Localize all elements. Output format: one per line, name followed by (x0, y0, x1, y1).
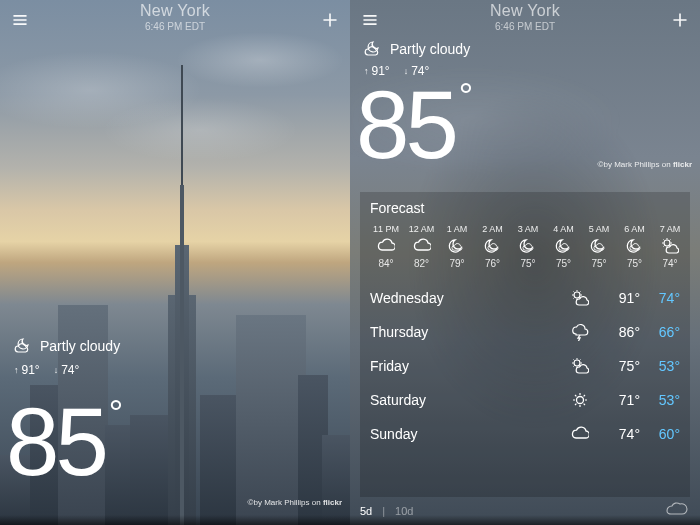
hour-cell: 12 AM82° (406, 224, 438, 269)
forecast-heading: Forecast (370, 200, 680, 216)
hour-temp: 84° (370, 258, 402, 269)
hour-cell: 7 AM74° (654, 224, 680, 269)
nav-bar-shadow (0, 515, 350, 525)
day-high: 86° (600, 324, 640, 340)
weather-pane-detail[interactable]: New York 6:46 PM EDT Partly cloudy ↑91° … (350, 0, 700, 525)
sun-icon (571, 391, 589, 409)
hour-temp: 75° (619, 258, 651, 269)
day-row[interactable]: Wednesday91°74° (370, 281, 680, 315)
header: New York 6:46 PM EDT (0, 0, 350, 42)
partly-icon (661, 237, 679, 255)
local-time: 6:46 PM EDT (140, 21, 210, 32)
hour-time: 7 AM (654, 224, 680, 234)
day-row[interactable]: Saturday71°53° (370, 383, 680, 417)
menu-button[interactable] (6, 6, 34, 34)
hour-time: 5 AM (583, 224, 615, 234)
add-location-button[interactable] (316, 6, 344, 34)
condition-text: Partly cloudy (390, 41, 470, 57)
storm-icon (571, 323, 589, 341)
degree-symbol: ° (459, 76, 469, 118)
local-time: 6:46 PM EDT (490, 21, 560, 32)
arrow-up-icon: ↑ (14, 365, 19, 375)
day-name: Wednesday (370, 290, 560, 306)
hour-cell: 5 AM75° (583, 224, 615, 269)
day-row[interactable]: Sunday74°60° (370, 417, 680, 451)
hour-temp: 74° (654, 258, 680, 269)
hour-temp: 75° (548, 258, 580, 269)
day-high: 71° (600, 392, 640, 408)
hour-cell: 3 AM75° (512, 224, 544, 269)
hour-cell: 11 PM84° (370, 224, 402, 269)
hour-temp: 76° (477, 258, 509, 269)
city-name: New York (490, 2, 560, 20)
cloud-icon (413, 237, 431, 255)
hour-temp: 79° (441, 258, 473, 269)
degree-symbol: ° (109, 393, 119, 435)
menu-button[interactable] (356, 6, 384, 34)
current-temperature: 85° (356, 70, 469, 180)
arrow-down-icon: ↓ (54, 365, 59, 375)
daily-forecast-list: Wednesday91°74°Thursday86°66°Friday75°53… (370, 281, 680, 451)
city-name: New York (140, 2, 210, 20)
night-icon (590, 237, 608, 255)
photo-credit: ©by Mark Phillips on flickr (248, 498, 342, 507)
current-temperature: 85° (6, 387, 119, 497)
location-header[interactable]: New York 6:46 PM EDT (140, 2, 210, 32)
day-low: 60° (640, 426, 680, 442)
night-icon (555, 237, 573, 255)
hour-cell: 4 AM75° (548, 224, 580, 269)
day-row[interactable]: Friday75°53° (370, 349, 680, 383)
day-name: Saturday (370, 392, 560, 408)
night-icon (484, 237, 502, 255)
hour-cell: 1 AM79° (441, 224, 473, 269)
day-low: 66° (640, 324, 680, 340)
low-temp: ↓74° (54, 363, 80, 377)
day-high: 75° (600, 358, 640, 374)
partly-icon (571, 357, 589, 375)
hour-temp: 82° (406, 258, 438, 269)
hourly-forecast-row[interactable]: 11 PM84°12 AM82°1 AM79°2 AM76°3 AM75°4 A… (370, 224, 680, 279)
night-icon (626, 237, 644, 255)
nav-bar-shadow (350, 515, 700, 525)
add-location-button[interactable] (666, 6, 694, 34)
photo-credit: ©by Mark Phillips on flickr (598, 160, 692, 169)
cloud-moon-icon (364, 40, 382, 58)
weather-pane-photo: New York 6:46 PM EDT Partly cloudy ↑91° … (0, 0, 350, 525)
day-low: 74° (640, 290, 680, 306)
forecast-panel: Forecast 11 PM84°12 AM82°1 AM79°2 AM76°3… (360, 192, 690, 497)
hour-time: 3 AM (512, 224, 544, 234)
hour-time: 6 AM (619, 224, 651, 234)
cloud-icon (377, 237, 395, 255)
night-icon (519, 237, 537, 255)
hour-cell: 2 AM76° (477, 224, 509, 269)
day-high: 91° (600, 290, 640, 306)
location-header[interactable]: New York 6:46 PM EDT (490, 2, 560, 32)
day-low: 53° (640, 358, 680, 374)
cloud-icon (571, 425, 589, 443)
day-name: Sunday (370, 426, 560, 442)
cloud-moon-icon (14, 337, 32, 355)
hour-time: 1 AM (441, 224, 473, 234)
hour-time: 2 AM (477, 224, 509, 234)
hour-time: 11 PM (370, 224, 402, 234)
day-low: 53° (640, 392, 680, 408)
day-name: Thursday (370, 324, 560, 340)
header: New York 6:46 PM EDT (350, 0, 700, 42)
hour-temp: 75° (512, 258, 544, 269)
condition-block: Partly cloudy ↑91° ↓74° (14, 337, 120, 377)
high-temp: ↑91° (14, 363, 40, 377)
day-name: Friday (370, 358, 560, 374)
day-high: 74° (600, 426, 640, 442)
hour-temp: 75° (583, 258, 615, 269)
hour-time: 4 AM (548, 224, 580, 234)
hour-time: 12 AM (406, 224, 438, 234)
condition-text: Partly cloudy (40, 338, 120, 354)
day-row[interactable]: Thursday86°66° (370, 315, 680, 349)
hour-cell: 6 AM75° (619, 224, 651, 269)
partly-icon (571, 289, 589, 307)
night-icon (448, 237, 466, 255)
